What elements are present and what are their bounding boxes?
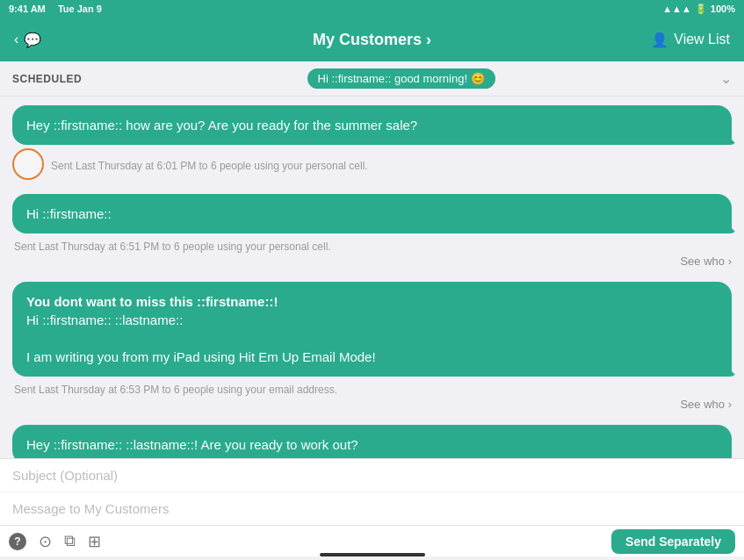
nav-bar: ‹ 💬 My Customers › 👤 View List bbox=[0, 18, 744, 61]
view-list-icon: 👤 bbox=[651, 32, 668, 48]
view-list-label: View List bbox=[674, 32, 730, 47]
profile-avatar bbox=[12, 148, 44, 180]
meta-row-1: Sent Last Thursday at 6:01 PM to 6 peopl… bbox=[12, 148, 732, 180]
bubble-text-3-strong: You dont want to miss this ::firstname::… bbox=[26, 292, 718, 311]
status-icons: ▲▲▲ 🔋 100% bbox=[662, 4, 735, 15]
bubble-text-2: Hi ::firstname:: bbox=[26, 206, 112, 221]
message-meta-2: Sent Last Thursday at 6:51 PM to 6 peopl… bbox=[12, 241, 331, 253]
home-indicator bbox=[320, 553, 425, 556]
meta-row-3: Sent Last Thursday at 6:53 PM to 6 peopl… bbox=[12, 380, 732, 396]
bottom-toolbar: ? ⊙ ⧉ ⊞ Send Separately bbox=[0, 525, 744, 556]
message-meta-1: Sent Last Thursday at 6:01 PM to 6 peopl… bbox=[49, 160, 368, 172]
wifi-icon: ▲▲▲ bbox=[662, 4, 691, 14]
message-block-2: Hi ::firstname:: Sent Last Thursday at 6… bbox=[12, 194, 732, 268]
time: 9:41 AM bbox=[9, 4, 46, 14]
back-button[interactable]: ‹ 💬 bbox=[14, 32, 41, 48]
bubble-4: Hey ::firstname:: ::lastname::! Are you … bbox=[12, 425, 732, 458]
nav-title: My Customers › bbox=[313, 31, 431, 49]
group-icon[interactable]: ⊞ bbox=[88, 532, 101, 551]
bubble-text-3-line2 bbox=[26, 329, 718, 348]
subject-placeholder: Subject (Optional) bbox=[12, 468, 118, 483]
message-block-3: You dont want to miss this ::firstname::… bbox=[12, 282, 732, 411]
chat-icon: 💬 bbox=[24, 32, 41, 48]
scheduled-label: SCHEDULED bbox=[12, 73, 82, 85]
see-who-button-3[interactable]: See who › bbox=[680, 398, 732, 411]
see-who-button-2[interactable]: See who › bbox=[680, 255, 732, 268]
scheduled-chevron[interactable]: ⌄ bbox=[720, 70, 732, 87]
status-bar: 9:41 AM Tue Jan 9 ▲▲▲ 🔋 100% bbox=[0, 0, 744, 18]
bubble-1: Hey ::firstname:: how are you? Are you r… bbox=[12, 105, 732, 145]
input-area: Subject (Optional) Message to My Custome… bbox=[0, 458, 744, 525]
bubble-text-3-line3: I am writing you from my iPad using Hit … bbox=[26, 348, 718, 366]
message-placeholder: Message to My Customers bbox=[12, 501, 169, 516]
bubble-text-3-line1: Hi ::firstname:: ::lastname:: bbox=[26, 311, 718, 329]
messages-area: Hey ::firstname:: how are you? Are you r… bbox=[0, 97, 744, 458]
see-who-row-3: See who › bbox=[12, 398, 732, 411]
bubble-text-4: Hey ::firstname:: ::lastname::! Are you … bbox=[26, 437, 358, 452]
bubble-text-1: Hey ::firstname:: how are you? Are you r… bbox=[26, 118, 417, 133]
message-block-4: Hey ::firstname:: ::lastname::! Are you … bbox=[12, 425, 732, 458]
message-meta-3: Sent Last Thursday at 6:53 PM to 6 peopl… bbox=[12, 384, 337, 396]
battery-label: 100% bbox=[711, 4, 735, 14]
see-who-row-2: See who › bbox=[12, 255, 732, 268]
date: Tue Jan 9 bbox=[58, 4, 102, 14]
scheduled-preview: Hi ::firstname:: good morning! 😊 bbox=[307, 68, 495, 89]
bubble-3: You dont want to miss this ::firstname::… bbox=[12, 282, 732, 377]
back-icon: ‹ bbox=[14, 32, 18, 47]
status-time: 9:41 AM Tue Jan 9 bbox=[9, 4, 102, 14]
scheduled-bar[interactable]: SCHEDULED Hi ::firstname:: good morning!… bbox=[0, 61, 744, 97]
meta-row-2: Sent Last Thursday at 6:51 PM to 6 peopl… bbox=[12, 237, 732, 253]
bubble-2: Hi ::firstname:: bbox=[12, 194, 732, 233]
send-separately-button[interactable]: Send Separately bbox=[611, 529, 735, 554]
toolbar-icon-group: ? ⊙ ⧉ ⊞ bbox=[9, 532, 101, 551]
message-block-1: Hey ::firstname:: how are you? Are you r… bbox=[12, 105, 732, 180]
clock-icon[interactable]: ⊙ bbox=[39, 532, 52, 551]
help-icon[interactable]: ? bbox=[9, 533, 26, 550]
battery-icon: 🔋 bbox=[695, 4, 707, 15]
copy-icon[interactable]: ⧉ bbox=[64, 532, 76, 550]
message-field[interactable]: Message to My Customers bbox=[0, 492, 744, 525]
view-list-button[interactable]: 👤 View List bbox=[651, 32, 730, 48]
subject-field[interactable]: Subject (Optional) bbox=[0, 459, 744, 492]
